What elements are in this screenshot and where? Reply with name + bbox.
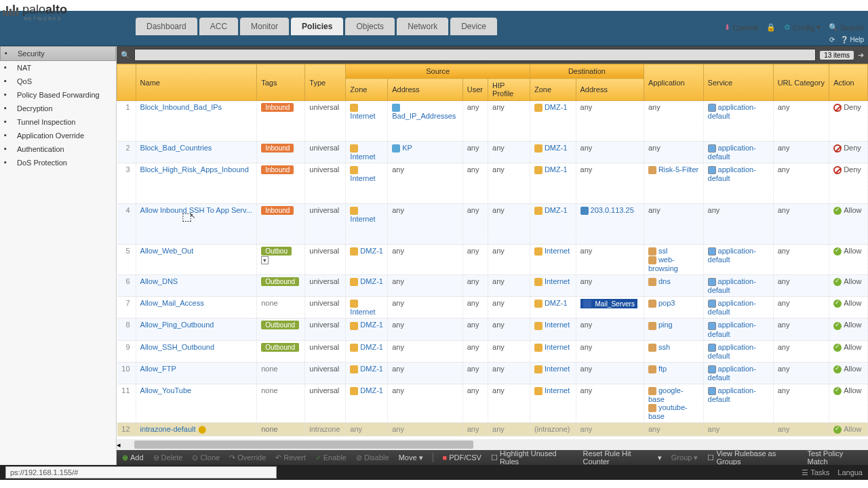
service-icon [708, 144, 716, 152]
col-action[interactable]: Action [829, 64, 868, 101]
col-app[interactable]: Application [644, 64, 703, 101]
group-menu[interactable]: Group▾ [671, 453, 698, 462]
commit-button[interactable]: ⬇Commit [724, 23, 758, 32]
tab-monitor[interactable]: Monitor [240, 18, 289, 35]
table-row[interactable]: 6Allow_DNSOutbounduniversalDMZ-1anyanyan… [117, 275, 868, 297]
status-url: ps://192.168.1.155/# [5, 466, 277, 479]
table-row[interactable]: 11Allow_YouTubenoneuniversalDMZ-1anyanya… [117, 384, 868, 422]
sidebar-item-decryption[interactable]: ▪Decryption [0, 102, 116, 115]
rule-name[interactable]: Allow_SSH_Outbound [140, 343, 214, 351]
rule-name[interactable]: Block_High_Risk_Apps_Inbound [140, 165, 249, 174]
col-daddr[interactable]: Address [576, 79, 644, 101]
filter-input[interactable] [134, 49, 816, 61]
refresh-icon[interactable]: ⟳ [829, 36, 835, 43]
tab-policies[interactable]: Policies [291, 18, 343, 35]
sidebar-item-dos-protection[interactable]: ▪DoS Protection [0, 156, 116, 169]
app-icon [648, 344, 656, 352]
sidebar-item-qos[interactable]: ▪QoS [0, 75, 116, 88]
sidebar-item-policy-based-forwarding[interactable]: ▪Policy Based Forwarding [0, 88, 116, 102]
col-url[interactable]: URL Category [773, 64, 829, 101]
help-button[interactable]: ❔ Help [840, 36, 864, 43]
zone-icon [534, 365, 542, 373]
address-icon [392, 144, 400, 152]
col-name[interactable]: Name [136, 64, 257, 101]
table-row[interactable]: 2Block_Bad_CountriesInbounduniversalInte… [117, 142, 868, 163]
revert-button[interactable]: ↶Revert [275, 453, 305, 462]
col-type[interactable]: Type [305, 64, 346, 101]
config-menu[interactable]: ⚙Config▾ [784, 23, 821, 32]
rule-name[interactable]: Allow_DNS [140, 277, 178, 285]
service-icon [708, 247, 716, 256]
col-user[interactable]: User [462, 79, 488, 101]
allow-icon [833, 365, 842, 373]
test-policy-match-button[interactable]: Test Policy Match [808, 449, 863, 465]
rule-name[interactable]: Allow_Ping_Outbound [140, 321, 214, 329]
sidebar-item-application-override[interactable]: ▪Application Override [0, 129, 116, 142]
enable-button[interactable]: ✓Enable [315, 453, 347, 462]
table-row[interactable]: 9Allow_SSH_OutboundOutbounduniversalDMZ-… [117, 340, 868, 362]
col-dzone[interactable]: Zone [530, 79, 576, 101]
col-saddr[interactable]: Address [388, 79, 463, 101]
table-row[interactable]: 5Allow_Web_OutOutbou ▾universalDMZ-1anya… [117, 245, 868, 275]
deny-icon [833, 104, 842, 112]
table-row[interactable]: 8Allow_Ping_OutboundOutbounduniversalDMZ… [117, 319, 868, 340]
service-icon [708, 365, 716, 373]
table-row[interactable]: 4Allow Inbound SSH To App Serv...Inbound… [117, 204, 868, 245]
disable-button[interactable]: ⊘Disable [356, 453, 389, 462]
view-as-groups-toggle[interactable]: ☐View Rulebase as Groups [707, 449, 797, 465]
rule-name[interactable]: Allow_Web_Out [140, 247, 194, 255]
clone-button[interactable]: ⊙Clone [192, 453, 220, 462]
highlight-unused-toggle[interactable]: ☐Highlight Unused Rules [491, 449, 574, 465]
col-hip[interactable]: HIP Profile [488, 79, 530, 101]
delete-button[interactable]: ⊖Delete [153, 453, 183, 462]
table-row[interactable]: 7Allow_Mail_AccessnoneuniversalInterneta… [117, 297, 868, 319]
rule-name[interactable]: Allow_Mail_Access [140, 299, 204, 307]
table-row[interactable]: 3Block_High_Risk_Apps_InboundInbounduniv… [117, 163, 868, 204]
export-icon[interactable]: ➜ [858, 51, 864, 60]
rule-name[interactable]: Allow Inbound SSH To App Serv... [140, 206, 252, 214]
app-icon [648, 404, 656, 412]
zone-icon [350, 247, 358, 256]
rule-name[interactable]: Allow_YouTube [140, 386, 192, 394]
col-szone[interactable]: Zone [346, 79, 388, 101]
zone-icon [534, 104, 542, 112]
rule-name[interactable]: Block_Bad_Countries [140, 144, 212, 152]
service-icon [708, 387, 716, 395]
service-icon [708, 104, 716, 112]
lock-icon[interactable]: 🔒 [766, 23, 776, 32]
col-svc[interactable]: Service [703, 64, 773, 101]
table-row[interactable]: 10Allow_FTPnoneuniversalDMZ-1anyanyanyIn… [117, 362, 868, 384]
sidebar-item-authentication[interactable]: ▪Authentication [0, 142, 116, 156]
sidebar-item-security[interactable]: ▪Security [0, 46, 116, 61]
table-row[interactable]: 1Block_Inbound_Bad_IPsInbounduniversalIn… [117, 101, 868, 142]
tab-network[interactable]: Network [397, 18, 448, 35]
rule-name[interactable]: Allow_FTP [140, 365, 176, 373]
items-count: 13 items [820, 51, 854, 60]
horizontal-scrollbar[interactable]: ◂ [117, 439, 868, 450]
col-tags[interactable]: Tags [257, 64, 305, 101]
zone-icon [534, 300, 542, 308]
zone-icon [534, 247, 542, 256]
tab-acc[interactable]: ACC [199, 18, 238, 35]
allow-icon [833, 387, 842, 395]
tab-objects[interactable]: Objects [345, 18, 395, 35]
tab-dashboard[interactable]: Dashboard [136, 18, 197, 35]
language-link[interactable]: Langua [837, 468, 863, 477]
override-button[interactable]: ↷Override [229, 453, 266, 462]
rule-name[interactable]: intrazone-default [140, 425, 196, 433]
sidebar-item-tunnel-inspection[interactable]: ▪Tunnel Inspection [0, 115, 116, 129]
allow-icon [833, 426, 842, 434]
tasks-link[interactable]: ☰ Tasks [802, 468, 829, 477]
search-button[interactable]: 🔍Search [829, 23, 864, 32]
table-row[interactable]: 12intrazone-default ⬤noneintrazoneanyany… [117, 422, 868, 436]
add-button[interactable]: ⊕Add [122, 453, 144, 462]
sidebar-item-nat[interactable]: ▪NAT [0, 61, 116, 75]
rule-name[interactable]: Block_Inbound_Bad_IPs [140, 103, 222, 111]
policy-icon: ▪ [4, 104, 14, 113]
reset-hit-counter-menu[interactable]: Reset Rule Hit Counter▾ [583, 449, 662, 465]
tab-device[interactable]: Device [450, 18, 497, 35]
pdf-csv-button[interactable]: ■PDF/CSV [443, 453, 481, 462]
zone-icon [350, 365, 358, 373]
move-menu[interactable]: Move▾ [399, 453, 423, 462]
zone-icon [534, 144, 542, 152]
